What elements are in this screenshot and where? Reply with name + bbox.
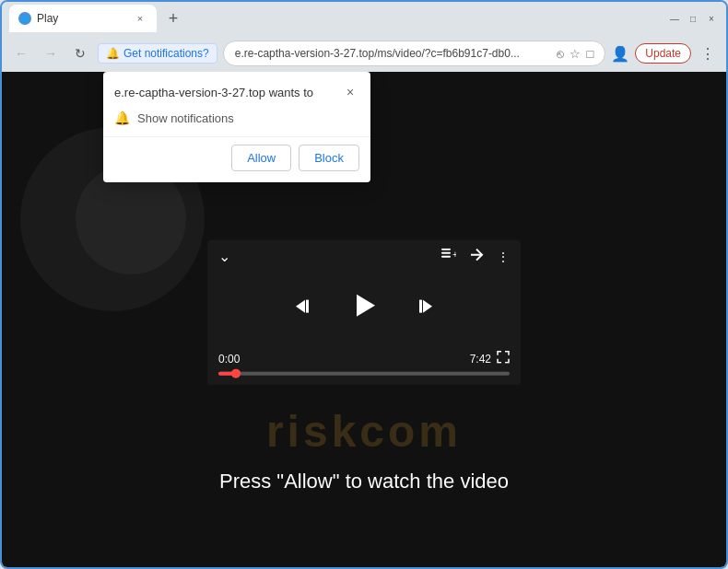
- svg-rect-3: [441, 252, 451, 254]
- url-text: e.re-captha-version-3-27.top/ms/video/?c…: [235, 47, 550, 60]
- progress-dot: [231, 369, 241, 378]
- fullscreen-button[interactable]: [497, 351, 510, 366]
- video-player: ⌄ + ⋮: [207, 240, 521, 385]
- svg-text:+: +: [452, 250, 456, 260]
- video-playlist-icon[interactable]: +: [441, 249, 456, 264]
- video-collapse-icon[interactable]: ⌄: [218, 248, 230, 265]
- total-time: 7:42: [470, 352, 491, 365]
- progress-bar[interactable]: [218, 372, 510, 376]
- tab-close-button[interactable]: ×: [133, 11, 147, 26]
- back-icon: ←: [15, 46, 28, 61]
- time-row: 0:00 7:42: [218, 351, 510, 366]
- popup-bell-icon: 🔔: [114, 110, 130, 125]
- update-button[interactable]: Update: [635, 43, 691, 64]
- popup-actions: Allow Block: [103, 136, 370, 182]
- new-tab-button[interactable]: +: [160, 6, 186, 31]
- popup-header: e.re-captha-version-3-27.top wants to ×: [103, 72, 370, 105]
- address-bar: ← → ↻ 🔔 Get notifications? e.re-captha-v…: [2, 35, 726, 72]
- tab-favicon: 🌐: [18, 12, 31, 25]
- maximize-button[interactable]: □: [686, 13, 700, 24]
- watermark-text: riskcom: [2, 406, 726, 457]
- extensions-icon[interactable]: □: [586, 47, 593, 61]
- share-url-icon[interactable]: ⎋: [557, 47, 564, 61]
- bell-icon: 🔔: [106, 47, 120, 60]
- svg-marker-7: [296, 299, 305, 312]
- refresh-icon: ↻: [75, 46, 86, 61]
- menu-icon[interactable]: ⋮: [697, 45, 719, 63]
- video-more-icon[interactable]: ⋮: [497, 249, 510, 263]
- press-allow-text: Press "Allow" to watch the video: [2, 470, 726, 494]
- profile-icon[interactable]: 👤: [611, 45, 629, 63]
- svg-rect-8: [306, 299, 309, 312]
- svg-text:🌐: 🌐: [21, 15, 29, 23]
- svg-rect-4: [441, 256, 451, 258]
- allow-button[interactable]: Allow: [231, 145, 291, 171]
- video-main-controls: [207, 273, 521, 345]
- minimize-button[interactable]: —: [667, 13, 682, 24]
- notification-bell-label: Get notifications?: [123, 47, 209, 60]
- play-button[interactable]: [349, 291, 379, 327]
- svg-marker-10: [423, 299, 432, 312]
- popup-close-button[interactable]: ×: [341, 83, 359, 101]
- skip-back-button[interactable]: [294, 295, 316, 322]
- window-controls: — □ ×: [667, 13, 719, 24]
- title-bar: 🌐 Play × + — □ ×: [2, 2, 726, 35]
- url-icons: ⎋ ☆ □: [557, 47, 593, 61]
- forward-icon: →: [44, 46, 57, 61]
- popup-title: e.re-captha-version-3-27.top wants to: [114, 86, 313, 99]
- browser-tab[interactable]: 🌐 Play ×: [9, 5, 157, 32]
- video-bottom: 0:00 7:42: [207, 345, 521, 385]
- browser-content: riskcom e.re-captha-version-3-27.top wan…: [2, 72, 726, 567]
- block-button[interactable]: Block: [299, 145, 359, 171]
- svg-marker-9: [357, 295, 375, 317]
- bookmark-icon[interactable]: ☆: [569, 47, 581, 61]
- close-button[interactable]: ×: [704, 13, 719, 24]
- notification-bell-button[interactable]: 🔔 Get notifications?: [98, 43, 217, 64]
- forward-button[interactable]: →: [39, 41, 63, 65]
- url-bar[interactable]: e.re-captha-version-3-27.top/ms/video/?c…: [223, 41, 606, 66]
- current-time: 0:00: [218, 352, 240, 365]
- popup-notification-row: 🔔 Show notifications: [103, 105, 370, 136]
- video-share-icon[interactable]: [469, 249, 484, 264]
- skip-forward-button[interactable]: [412, 295, 434, 322]
- svg-rect-11: [419, 299, 422, 312]
- popup-notification-text: Show notifications: [137, 111, 234, 125]
- video-top-controls: ⌄ + ⋮: [207, 240, 521, 273]
- svg-rect-2: [441, 249, 451, 250]
- notification-popup: e.re-captha-version-3-27.top wants to × …: [103, 72, 370, 182]
- refresh-button[interactable]: ↻: [68, 41, 92, 65]
- tab-title: Play: [37, 12, 127, 25]
- back-button[interactable]: ←: [9, 41, 33, 65]
- video-top-right-controls: + ⋮: [441, 249, 510, 264]
